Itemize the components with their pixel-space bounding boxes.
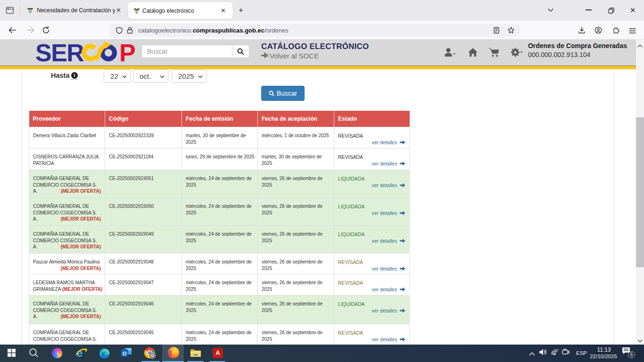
svg-text:O: O: [123, 351, 127, 356]
svg-text:SER: SER: [35, 40, 84, 66]
svg-text:P: P: [119, 40, 136, 66]
